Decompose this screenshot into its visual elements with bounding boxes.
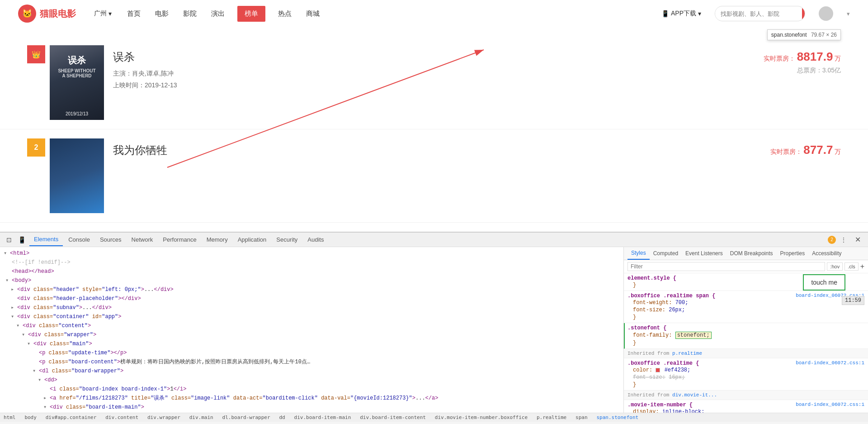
html-line-update-time[interactable]: <p class="update-time"></p> — [0, 348, 623, 357]
css-selector-stonefont: .stonefont { — [627, 325, 666, 331]
right-tab-properties[interactable]: Properties — [776, 247, 808, 260]
nav-hot[interactable]: 热点 — [276, 6, 293, 22]
html-line-body[interactable]: ▾<body> — [0, 276, 623, 285]
rank-badge-1: 👑 — [27, 45, 45, 63]
color-swatch — [656, 368, 660, 372]
add-style-rule-button[interactable]: + — [860, 262, 864, 271]
html-line-board-index[interactable]: <i class="board-index board-index-1">1</… — [0, 385, 623, 394]
css-selector-element-style: element.style { — [627, 275, 676, 281]
nav-shows[interactable]: 演出 — [209, 6, 226, 22]
rank-icon: 👑 — [32, 50, 41, 59]
breadcrumb-content[interactable]: div.content — [105, 414, 138, 420]
breadcrumb-main[interactable]: div.main — [189, 414, 213, 420]
tab-application[interactable]: Application — [233, 233, 271, 246]
css-inherited-header-movie-it: Inherited from div.movie-it... — [624, 391, 868, 400]
html-line-board-item-main[interactable]: ▾<div class="board-item-main"> — [0, 403, 623, 412]
right-tab-computed[interactable]: Computed — [650, 247, 682, 260]
css-filter-input[interactable] — [627, 262, 825, 271]
user-dropdown-icon: ▾ — [847, 10, 850, 17]
realtime-label-1: 实时票房： — [764, 55, 795, 62]
city-selector[interactable]: 广州 ▾ — [94, 10, 112, 18]
breadcrumb-span[interactable]: span — [576, 414, 588, 420]
html-line-header[interactable]: ▸<div class="header" style="left: 0px;">… — [0, 285, 623, 294]
css-selector-realtime-span: .boxoffice .realtime span { — [627, 293, 715, 299]
user-avatar[interactable] — [819, 6, 833, 21]
breadcrumb-stonefont[interactable]: span.stonefont — [596, 414, 638, 420]
breadcrumb-board-wrapper[interactable]: dl.board-wrapper — [222, 414, 270, 420]
nav-cinema[interactable]: 影院 — [181, 6, 198, 22]
element-tooltip: span.stonefont 79.67 × 26 — [767, 29, 841, 40]
styles-panel: touch me 11:59 Styles Computed Event Lis… — [624, 247, 868, 413]
movie-poster-2[interactable] — [50, 138, 104, 213]
css-inherited-header-realtime: Inherited from p.realtime — [624, 349, 868, 358]
search-bar[interactable]: 🔍 — [715, 6, 805, 21]
devtools-close-button[interactable]: ✕ — [851, 235, 864, 244]
html-line-comment[interactable]: <!--[if !endif]--> — [0, 258, 623, 267]
breadcrumb-body[interactable]: body — [24, 414, 37, 420]
realtime-value-1: 8817.9 — [797, 50, 833, 63]
html-line-board-wrapper[interactable]: ▾<dl class="board-wrapper"> — [0, 367, 623, 376]
nav-shop[interactable]: 商城 — [304, 6, 321, 22]
right-tab-dom-breakpoints[interactable]: DOM Breakpoints — [726, 247, 777, 260]
html-line-container[interactable]: ▾<div class="container" id="app"> — [0, 312, 623, 321]
movie-poster-1[interactable]: 误杀 SHEEP WITHOUTA SHEPHERD 2019/12/13 — [50, 45, 104, 120]
inherited-from-movie-it[interactable]: div.movie-it... — [672, 392, 717, 398]
top-navigation: 🐱 猫眼电影 广州 ▾ 首页 电影 影院 演出 榜单 热点 商城 📱 APP下载… — [0, 0, 868, 27]
html-line-content[interactable]: ▾<div class="content"> — [0, 321, 623, 330]
app-download[interactable]: 📱 APP下载 ▾ — [661, 10, 701, 18]
tab-network[interactable]: Network — [127, 233, 158, 246]
tab-memory[interactable]: Memory — [202, 233, 232, 246]
devtools-device-icon[interactable]: 📱 — [15, 234, 28, 245]
breadcrumb-board-item-main[interactable]: div.board-item-main — [294, 414, 351, 420]
html-line-wrapper[interactable]: ▾<div class="wrapper"> — [0, 330, 623, 339]
tab-sources[interactable]: Sources — [95, 233, 126, 246]
breadcrumb-movie-item-number[interactable]: div.movie-item-number.boxoffice — [435, 414, 528, 420]
logo[interactable]: 🐱 猫眼电影 — [18, 5, 76, 23]
touch-me-button[interactable]: touch me — [803, 274, 845, 291]
nav-ranking[interactable]: 榜单 — [237, 6, 265, 22]
time-display: 11:59 — [842, 296, 864, 305]
breadcrumb-app[interactable]: div#app.container — [46, 414, 97, 420]
nav-movies[interactable]: 电影 — [153, 6, 170, 22]
html-line-main[interactable]: ▾<div class="main"> — [0, 339, 623, 348]
cls-button[interactable]: .cls — [844, 262, 859, 271]
search-button[interactable]: 🔍 — [802, 6, 805, 21]
breadcrumb-wrapper[interactable]: div.wrapper — [147, 414, 180, 420]
html-line-dd[interactable]: ▾<dd> — [0, 376, 623, 385]
html-line-head[interactable]: <head></head> — [0, 267, 623, 276]
inherited-from-realtime[interactable]: p.realtime — [672, 351, 702, 356]
breadcrumb-html[interactable]: html — [4, 414, 16, 420]
realtime-label-2: 实时票房： — [770, 148, 802, 155]
breadcrumb-dd[interactable]: dd — [279, 414, 285, 420]
tab-performance[interactable]: Performance — [158, 233, 201, 246]
right-tab-accessibility[interactable]: Accessibility — [808, 247, 845, 260]
movie-boxoffice-1: span.stonefont 79.67 × 26 实时票房： 8817.9 万… — [705, 45, 841, 75]
tab-audits[interactable]: Audits — [303, 233, 328, 246]
tab-security[interactable]: Security — [272, 233, 302, 246]
nav-items: 首页 电影 影院 演出 榜单 热点 商城 — [125, 6, 648, 22]
movie-info-1: 误杀 主演：肖央,谭卓,陈冲 上映时间：2019-12-13 — [113, 45, 696, 90]
poster-date-1: 2019/12/13 — [50, 111, 104, 116]
html-line-subnav[interactable]: ▸<div class="subnav">...</div> — [0, 303, 623, 312]
html-tree: ▾<html> <!--[if !endif]--> <head></head>… — [0, 247, 624, 413]
nav-home[interactable]: 首页 — [125, 6, 142, 22]
right-tab-event-listeners[interactable]: Event Listeners — [682, 247, 726, 260]
logo-icon: 🐱 — [18, 5, 36, 23]
pseudo-class-button[interactable]: :hov — [827, 262, 843, 271]
html-line-html[interactable]: ▾<html> — [0, 249, 623, 258]
movie-item-1: 👑 误杀 SHEEP WITHOUTA SHEPHERD 2019/12/13 … — [0, 36, 868, 129]
tab-console[interactable]: Console — [64, 233, 94, 246]
html-line-a-link[interactable]: ▸<a href="/films/1218273" title="误杀" cla… — [0, 394, 623, 403]
realtime-unit-1: 万 — [835, 55, 841, 62]
right-tab-styles[interactable]: Styles — [627, 247, 650, 260]
search-input[interactable] — [715, 8, 802, 20]
breadcrumb-board-item-content[interactable]: div.board-item-content — [360, 414, 426, 420]
devtools-more-icon[interactable]: ⋮ — [838, 234, 849, 245]
devtools-inspect-icon[interactable]: ⊡ — [4, 234, 14, 245]
movie-boxoffice-2: 实时票房： 877.7 万 — [705, 138, 841, 157]
html-line-header-placeholder[interactable]: <div class="header-placeholder"></div> — [0, 294, 623, 303]
chevron-down-icon: ▾ — [108, 10, 112, 17]
html-line-board-content[interactable]: <p class="board-content">榜单规则：将昨日国内热映的影片… — [0, 357, 316, 367]
breadcrumb-realtime[interactable]: p.realtime — [537, 414, 566, 420]
tab-elements[interactable]: Elements — [29, 233, 63, 246]
